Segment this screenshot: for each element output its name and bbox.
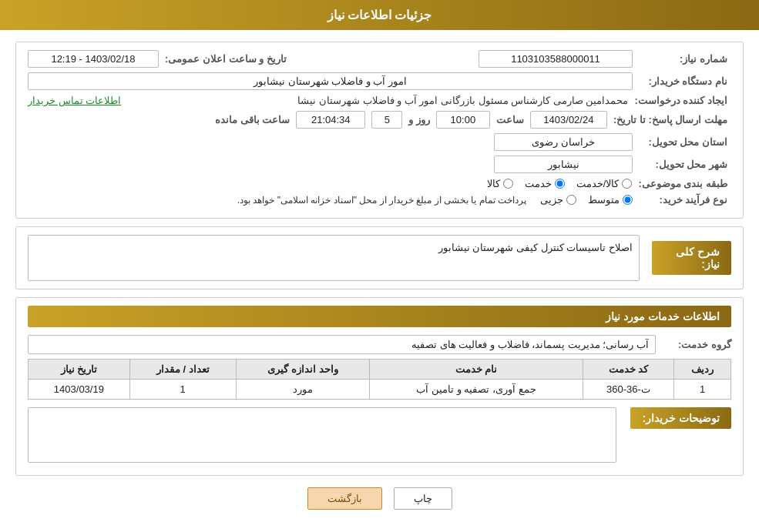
row-buyer-notes: توضیحات خریدار:: [28, 407, 731, 463]
need-number-value: 1103103588000011: [479, 50, 633, 68]
reply-time-label: ساعت: [496, 114, 524, 125]
buyer-notes-textarea[interactable]: [28, 407, 616, 463]
purchase-type-radio-jozi[interactable]: [566, 195, 576, 205]
category-label-kala: کالا: [487, 178, 500, 189]
buyer-org-label: نام دستگاه خریدار:: [639, 75, 731, 87]
category-label-khedmat: خدمت: [525, 178, 552, 189]
table-header: ردیف کد خدمت نام خدمت واحد اندازه گیری ت…: [29, 360, 731, 380]
creator-name: محمدامین صارمی کارشناس مسئول بازرگانی ام…: [127, 95, 628, 106]
cell-unit: مورد: [236, 380, 370, 400]
row-creator: ایجاد کننده درخواست: محمدامین صارمی کارش…: [28, 95, 731, 106]
reply-remaining-label: ساعت باقی مانده: [215, 114, 290, 125]
buyer-org-value: امور آب و فاضلاب شهرستان نیشابور: [28, 72, 633, 90]
col-name: نام خدمت: [370, 360, 583, 380]
purchase-type-option-jozi: جزیی: [540, 194, 576, 206]
category-option-kala-khedmat: کالا/خدمت: [576, 178, 633, 189]
row-reply: مهلت ارسال پاسخ: تا تاریخ: 1403/02/24 سا…: [28, 111, 731, 129]
purchase-type-label-jozi: جزیی: [540, 194, 563, 206]
row-service-group: گروه خدمت: آب رسانی؛ مدیریت پسماند، فاضل…: [28, 335, 731, 354]
reply-label: مهلت ارسال پاسخ: تا تاریخ:: [613, 114, 731, 125]
reply-remaining: 21:04:34: [296, 111, 365, 129]
cell-code: ت-36-360: [583, 380, 674, 400]
service-group-label: گروه خدمت:: [662, 339, 731, 350]
page-header: جزئیات اطلاعات نیاز: [0, 0, 759, 30]
category-radio-kala[interactable]: [503, 179, 513, 189]
province-label: استان محل تحویل:: [639, 136, 731, 148]
province-value: خراسان رضوی: [494, 133, 633, 151]
col-quantity: تعداد / مقدار: [129, 360, 236, 380]
services-title: اطلاعات خدمات مورد نیاز: [28, 306, 731, 327]
date-label: تاریخ و ساعت اعلان عمومی:: [165, 53, 291, 65]
cell-date: 1403/03/19: [29, 380, 130, 400]
col-unit: واحد اندازه گیری: [236, 360, 370, 380]
need-number-label: شماره نیاز:: [639, 53, 731, 65]
purchase-type-label: نوع فرآیند خرید:: [639, 194, 731, 206]
table-body: 1 ت-36-360 جمع آوری، تصفیه و تامین آب مو…: [29, 380, 731, 400]
purchase-type-option-motawaset: متوسط: [588, 194, 633, 206]
reply-days: 5: [371, 111, 402, 129]
description-section: شرح کلی نیاز: اصلاح تاسیسات کنترل کیفی ش…: [15, 226, 744, 289]
table-row: 1 ت-36-360 جمع آوری، تصفیه و تامین آب مو…: [29, 380, 731, 400]
main-info-section: شماره نیاز: 1103103588000011 تاریخ و ساع…: [15, 42, 744, 219]
col-code: کد خدمت: [583, 360, 674, 380]
description-label: شرح کلی نیاز:: [652, 241, 731, 275]
row-city: شهر محل تحویل: نیشابور: [28, 156, 731, 173]
cell-row: 1: [674, 380, 731, 400]
service-group-value: آب رسانی؛ مدیریت پسماند، فاضلاب و فعالیت…: [28, 335, 656, 354]
row-purchase-type: نوع فرآیند خرید: متوسط جزیی پرداخت تمام …: [28, 194, 731, 206]
col-date: تاریخ نیاز: [29, 360, 130, 380]
purchase-type-radio-motawaset[interactable]: [623, 195, 633, 205]
category-option-kala: کالا: [487, 178, 513, 189]
row-need-number: شماره نیاز: 1103103588000011 تاریخ و ساع…: [28, 50, 731, 68]
row-province: استان محل تحویل: خراسان رضوی: [28, 133, 731, 151]
reply-day-label: روز و: [408, 114, 430, 125]
purchase-type-note: پرداخت تمام یا بخشی از مبلغ خریدار از مح…: [237, 195, 526, 206]
city-label: شهر محل تحویل:: [639, 159, 731, 170]
button-row: چاپ بازگشت: [15, 487, 744, 521]
reply-time: 10:00: [436, 111, 490, 129]
category-label: طبقه بندی موضوعی:: [638, 178, 731, 189]
category-radio-khedmat[interactable]: [555, 179, 565, 189]
print-button[interactable]: چاپ: [394, 487, 452, 510]
date-value: 1403/02/18 - 12:19: [28, 50, 159, 68]
category-radio-group: کالا/خدمت خدمت کالا: [487, 178, 633, 189]
row-buyer-org: نام دستگاه خریدار: امور آب و فاضلاب شهرس…: [28, 72, 731, 90]
content-area: شماره نیاز: 1103103588000011 تاریخ و ساع…: [0, 30, 759, 532]
buyer-notes-label: توضیحات خریدار:: [630, 407, 731, 429]
page-title: جزئیات اطلاعات نیاز: [327, 8, 432, 22]
category-radio-kala-khedmat[interactable]: [622, 179, 632, 189]
description-value: اصلاح تاسیسات کنترل کیفی شهرستان نیشابور: [28, 235, 640, 281]
creator-label: ایجاد کننده درخواست:: [634, 95, 731, 106]
cell-name: جمع آوری، تصفیه و تامین آب: [370, 380, 583, 400]
services-section: اطلاعات خدمات مورد نیاز گروه خدمت: آب رس…: [15, 297, 744, 476]
purchase-type-label-motawaset: متوسط: [588, 194, 620, 206]
col-row: ردیف: [674, 360, 731, 380]
city-value: نیشابور: [494, 156, 633, 173]
description-row: شرح کلی نیاز: اصلاح تاسیسات کنترل کیفی ش…: [28, 235, 731, 281]
back-button[interactable]: بازگشت: [307, 487, 382, 510]
creator-link[interactable]: اطلاعات تماس خریدار: [28, 95, 121, 106]
row-category: طبقه بندی موضوعی: کالا/خدمت خدمت کالا: [28, 178, 731, 189]
category-label-kala-khedmat: کالا/خدمت: [576, 178, 620, 189]
category-option-khedmat: خدمت: [525, 178, 565, 189]
reply-date: 1403/02/24: [530, 111, 607, 129]
page-wrapper: جزئیات اطلاعات نیاز شماره نیاز: 11031035…: [0, 0, 759, 532]
purchase-type-radio-group: متوسط جزیی: [540, 194, 633, 206]
services-table: ردیف کد خدمت نام خدمت واحد اندازه گیری ت…: [28, 359, 731, 400]
cell-quantity: 1: [129, 380, 236, 400]
